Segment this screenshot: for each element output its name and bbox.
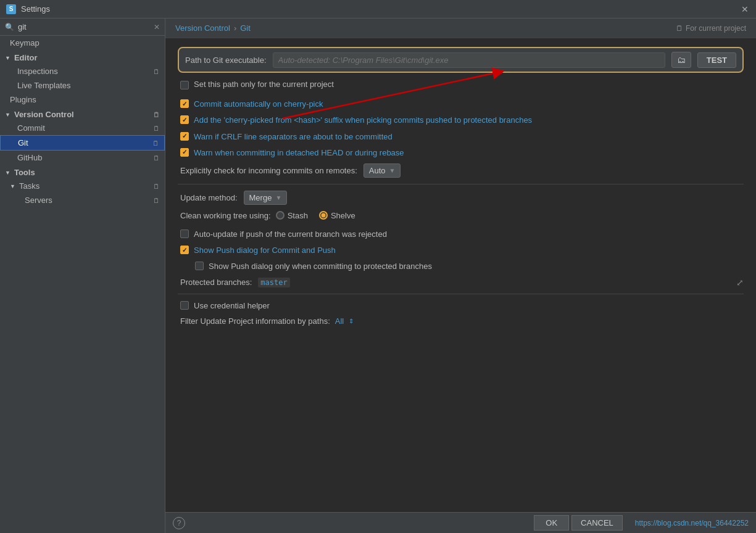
checkbox-1[interactable]: [180, 115, 189, 124]
breadcrumb-version-control[interactable]: Version Control: [175, 23, 230, 33]
show-push-label: Show Push dialog for Commit and Push: [194, 245, 336, 256]
breadcrumb-separator: ›: [234, 23, 236, 33]
keymap-label: Keymap: [10, 38, 39, 48]
sidebar-item-plugins[interactable]: Plugins: [0, 93, 165, 107]
show-push-only-checkbox[interactable]: [195, 262, 204, 270]
clean-tree-row: Clean working tree using: Stash Shelve: [178, 211, 744, 220]
update-method-row: Update method: Merge ▼: [178, 191, 744, 205]
clean-tree-label: Clean working tree using:: [180, 211, 271, 220]
close-icon[interactable]: ✕: [740, 4, 750, 14]
git-label: Git: [18, 138, 28, 147]
update-method-label: Update method:: [180, 193, 238, 202]
inspections-label: Inspections: [17, 67, 58, 76]
search-input[interactable]: [18, 22, 150, 31]
title-bar-title: Settings: [21, 4, 50, 14]
project-label: For current project: [686, 24, 746, 33]
sidebar-item-github[interactable]: GitHub 🗒: [0, 151, 165, 165]
set-path-checkbox[interactable]: [180, 81, 189, 89]
protected-branches-value: master: [258, 278, 289, 287]
tools-label: Tools: [14, 168, 35, 177]
radio-shelve-circle: [319, 211, 328, 220]
search-bar: 🔍 ✕: [0, 19, 165, 36]
version-control-page-icon: 🗒: [153, 111, 160, 118]
filter-label: Filter Update Project information by pat…: [180, 316, 330, 326]
incoming-label: Explicitly check for incoming commits on…: [180, 166, 357, 175]
sidebar-group-tools[interactable]: ▼ Tools: [0, 165, 165, 179]
help-button[interactable]: ?: [173, 517, 185, 529]
filter-row: Filter Update Project information by pat…: [178, 316, 744, 326]
check-row-2: Warn if CRLF line separators are about t…: [178, 131, 744, 143]
title-bar-left: S Settings: [6, 4, 50, 14]
radio-stash-circle: [276, 211, 285, 220]
show-push-row: Show Push dialog for Commit and Push: [178, 245, 744, 256]
sidebar-group-version-control[interactable]: ▼ Version Control 🗒: [0, 107, 165, 121]
divider-2: [178, 294, 744, 294]
sidebar-item-git[interactable]: Git 🗒: [0, 135, 165, 151]
servers-page-icon: 🗒: [153, 197, 160, 204]
commit-page-icon: 🗒: [153, 125, 160, 132]
auto-update-checkbox[interactable]: [180, 229, 189, 238]
incoming-arrow-icon: ▼: [389, 167, 396, 174]
plugins-label: Plugins: [10, 95, 36, 104]
main-layout: 🔍 ✕ Keymap ▼ Editor Inspections 🗒 Live T…: [0, 19, 756, 533]
breadcrumb-project[interactable]: 🗒 For current project: [676, 24, 746, 33]
path-input[interactable]: [273, 52, 665, 68]
protected-branches-label: Protected branches:: [180, 278, 252, 287]
radio-stash-label: Stash: [288, 211, 308, 220]
cancel-button[interactable]: CANCEL: [571, 515, 623, 531]
ok-button[interactable]: OK: [534, 515, 569, 531]
incoming-value: Auto: [369, 166, 386, 175]
checkbox-2[interactable]: [180, 132, 189, 141]
tasks-label: Tasks: [19, 181, 39, 191]
sidebar-item-inspections[interactable]: Inspections 🗒: [0, 64, 165, 78]
radio-shelve-label: Shelve: [331, 211, 355, 220]
update-method-value: Merge: [249, 193, 272, 202]
check-label-3: Warn when committing in detached HEAD or…: [194, 147, 404, 159]
auto-update-row: Auto-update if push of the current branc…: [178, 229, 744, 240]
sidebar: 🔍 ✕ Keymap ▼ Editor Inspections 🗒 Live T…: [0, 19, 165, 533]
filter-arrow-icon[interactable]: ⇕: [349, 318, 354, 324]
search-icon: 🔍: [5, 23, 14, 31]
credential-label: Use credential helper: [194, 300, 270, 312]
github-label: GitHub: [17, 153, 42, 162]
commit-label: Commit: [17, 123, 45, 133]
sidebar-group-editor[interactable]: ▼ Editor: [0, 50, 165, 64]
github-page-icon: 🗒: [153, 154, 160, 162]
set-path-row: Set this path only for the current proje…: [178, 79, 744, 90]
radio-stash[interactable]: Stash: [276, 211, 308, 220]
title-bar: S Settings ✕: [0, 0, 756, 19]
expand-icon[interactable]: ⤢: [736, 278, 744, 287]
checkbox-0[interactable]: [180, 99, 189, 108]
sidebar-item-keymap[interactable]: Keymap: [0, 36, 165, 50]
check-label-2: Warn if CRLF line separators are about t…: [194, 131, 393, 143]
test-button[interactable]: TEST: [697, 52, 736, 68]
tools-triangle-icon: ▼: [5, 170, 10, 176]
sidebar-item-servers[interactable]: Servers 🗒: [0, 193, 165, 207]
incoming-commits-row: Explicitly check for incoming commits on…: [178, 163, 744, 178]
sidebar-item-tasks[interactable]: ▼ Tasks 🗒: [0, 179, 165, 193]
show-push-only-row: Show Push dialog only when committing to…: [178, 261, 744, 272]
bottom-url-link[interactable]: https://blog.csdn.net/qq_36442252: [635, 519, 749, 527]
incoming-select[interactable]: Auto ▼: [363, 163, 401, 178]
folder-button[interactable]: 🗂: [671, 52, 691, 68]
protected-branches-row: Protected branches: master ⤢: [178, 278, 744, 287]
update-method-select[interactable]: Merge ▼: [244, 191, 288, 205]
check-row-0: Commit automatically on cherry-pick: [178, 99, 744, 110]
search-clear-icon[interactable]: ✕: [154, 23, 160, 31]
version-control-triangle-icon: ▼: [5, 112, 10, 118]
breadcrumb-git[interactable]: Git: [240, 23, 251, 33]
app-icon: S: [6, 4, 16, 14]
show-push-checkbox[interactable]: [180, 246, 189, 254]
content-area: Version Control › Git 🗒 For current proj…: [165, 19, 756, 533]
sidebar-item-commit[interactable]: Commit 🗒: [0, 121, 165, 135]
auto-update-label: Auto-update if push of the current branc…: [194, 229, 387, 240]
path-to-git-row: Path to Git executable: 🗂 TEST: [178, 47, 744, 73]
credential-checkbox[interactable]: [180, 301, 189, 310]
radio-shelve[interactable]: Shelve: [319, 211, 355, 220]
checkbox-3[interactable]: [180, 148, 189, 157]
editor-label: Editor: [14, 53, 38, 62]
divider-1: [178, 184, 744, 184]
sidebar-item-live-templates[interactable]: Live Templates: [0, 78, 165, 93]
project-icon: 🗒: [676, 24, 683, 33]
live-templates-label: Live Templates: [17, 81, 70, 90]
